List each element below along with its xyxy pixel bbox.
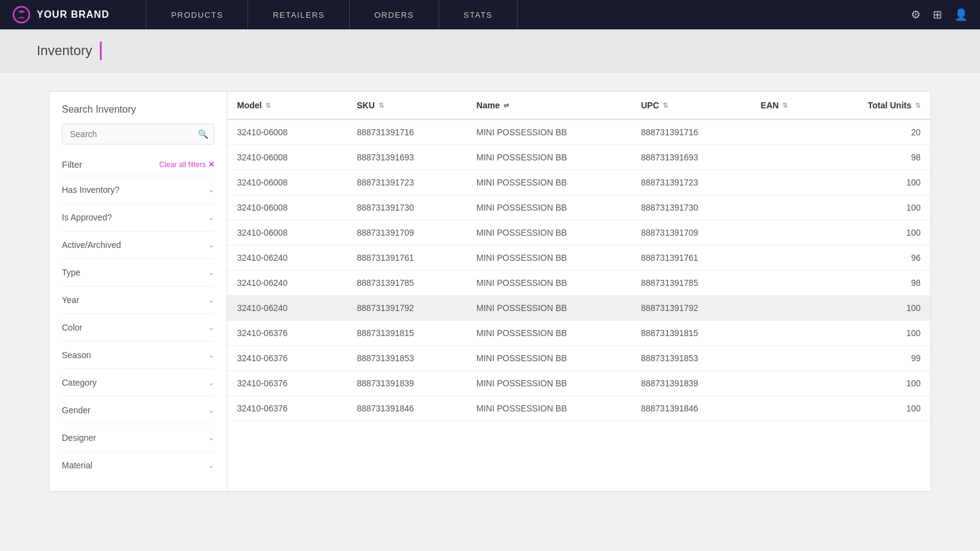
- settings-icon[interactable]: ⚙: [911, 8, 921, 21]
- filter-list: Has Inventory? ⌄ Is Approved? ⌄ Active/A…: [62, 176, 214, 479]
- table-row[interactable]: 32410-06376 888731391846 MINI POSSESSION…: [227, 396, 930, 421]
- filter-item-season[interactable]: Season ⌄: [62, 341, 214, 369]
- inventory-table: Model ⇅ SKU ⇅ Name: [227, 92, 930, 421]
- chevron-icon-is-approved: ⌄: [208, 213, 214, 222]
- filter-item-type[interactable]: Type ⌄: [62, 258, 214, 286]
- cell-model: 32410-06376: [227, 321, 347, 346]
- cell-ean: [751, 195, 841, 220]
- sort-icon-model: ⇅: [265, 102, 271, 110]
- table-row[interactable]: 32410-06008 888731391709 MINI POSSESSION…: [227, 220, 930, 246]
- table-row[interactable]: 32410-06376 888731391839 MINI POSSESSION…: [227, 371, 930, 396]
- cell-upc: 888731391761: [631, 246, 750, 271]
- cell-name: MINI POSSESSION BB: [467, 246, 631, 271]
- col-header-ean[interactable]: EAN ⇅: [751, 92, 841, 119]
- col-header-upc[interactable]: UPC ⇅: [631, 92, 750, 119]
- navbar: YOUR BRAND PRODUCTS RETAILERS ORDERS STA…: [0, 0, 980, 29]
- chevron-icon-category: ⌄: [208, 378, 214, 387]
- cell-name: MINI POSSESSION BB: [467, 396, 631, 421]
- filter-item-has-inventory[interactable]: Has Inventory? ⌄: [62, 176, 214, 203]
- sort-icon-units: ⇅: [915, 102, 921, 110]
- navbar-actions: ⚙ ⊞ 👤: [911, 8, 968, 21]
- cell-units: 100: [840, 321, 930, 346]
- brand-logo[interactable]: YOUR BRAND: [12, 6, 109, 24]
- cell-upc: 888731391723: [631, 170, 750, 195]
- user-icon[interactable]: 👤: [954, 8, 968, 21]
- cell-upc: 888731391785: [631, 271, 750, 296]
- cell-name: MINI POSSESSION BB: [467, 346, 631, 371]
- col-label-name: Name: [477, 100, 500, 110]
- title-accent: [100, 42, 102, 60]
- cell-units: 96: [840, 246, 930, 271]
- col-label-upc: UPC: [641, 100, 659, 110]
- search-input[interactable]: [62, 124, 214, 144]
- cell-ean: [751, 119, 841, 145]
- table-row[interactable]: 32410-06240 888731391761 MINI POSSESSION…: [227, 246, 930, 271]
- cell-ean: [751, 296, 841, 321]
- table-row[interactable]: 32410-06008 888731391693 MINI POSSESSION…: [227, 145, 930, 170]
- filter-label-year: Year: [62, 295, 79, 305]
- cell-upc: 888731391853: [631, 346, 750, 371]
- cell-ean: [751, 170, 841, 195]
- filter-item-active-archived[interactable]: Active/Archived ⌄: [62, 231, 214, 258]
- nav-stats[interactable]: STATS: [439, 0, 518, 29]
- nav-products[interactable]: PRODUCTS: [146, 0, 248, 29]
- col-header-units[interactable]: Total Units ⇅: [840, 92, 930, 119]
- cell-sku: 888731391839: [347, 371, 466, 396]
- sort-icon-sku: ⇅: [379, 102, 384, 110]
- cell-units: 100: [840, 296, 930, 321]
- col-label-units: Total Units: [868, 100, 911, 110]
- col-header-name[interactable]: Name ⇌: [467, 92, 631, 119]
- svg-point-0: [13, 7, 29, 23]
- cell-model: 32410-06008: [227, 119, 347, 145]
- nav-retailers[interactable]: RETAILERS: [248, 0, 350, 29]
- page: Inventory Search Inventory 🔍 Filter Clea…: [0, 29, 980, 551]
- cell-model: 32410-06008: [227, 170, 347, 195]
- filter-item-material[interactable]: Material ⌄: [62, 451, 214, 479]
- table-row[interactable]: 32410-06376 888731391815 MINI POSSESSION…: [227, 321, 930, 346]
- cell-sku: 888731391716: [347, 119, 466, 145]
- filter-item-gender[interactable]: Gender ⌄: [62, 396, 214, 424]
- col-header-sku[interactable]: SKU ⇅: [347, 92, 466, 119]
- chevron-icon-season: ⌄: [208, 351, 214, 359]
- cell-model: 32410-06376: [227, 396, 347, 421]
- cell-units: 100: [840, 170, 930, 195]
- cell-name: MINI POSSESSION BB: [467, 145, 631, 170]
- cell-ean: [751, 145, 841, 170]
- col-header-model[interactable]: Model ⇅: [227, 92, 347, 119]
- cell-ean: [751, 220, 841, 246]
- cell-ean: [751, 246, 841, 271]
- table-row[interactable]: 32410-06008 888731391716 MINI POSSESSION…: [227, 119, 930, 145]
- grid-icon[interactable]: ⊞: [933, 8, 942, 21]
- cell-upc: 888731391716: [631, 119, 750, 145]
- cell-units: 100: [840, 396, 930, 421]
- chevron-icon-color: ⌄: [208, 323, 214, 332]
- cell-model: 32410-06240: [227, 296, 347, 321]
- filter-item-is-approved[interactable]: Is Approved? ⌄: [62, 203, 214, 231]
- filter-item-year[interactable]: Year ⌄: [62, 286, 214, 313]
- table-row[interactable]: 32410-06008 888731391730 MINI POSSESSION…: [227, 195, 930, 220]
- cell-name: MINI POSSESSION BB: [467, 271, 631, 296]
- clear-filters-button[interactable]: Clear all filters ✕: [159, 160, 214, 169]
- page-title: Inventory: [37, 43, 92, 59]
- table-row[interactable]: 32410-06376 888731391853 MINI POSSESSION…: [227, 346, 930, 371]
- chevron-icon-active-archived: ⌄: [208, 241, 214, 249]
- table-row[interactable]: 32410-06240 888731391785 MINI POSSESSION…: [227, 271, 930, 296]
- table-area: Model ⇅ SKU ⇅ Name: [227, 91, 931, 492]
- cell-name: MINI POSSESSION BB: [467, 321, 631, 346]
- cell-model: 32410-06376: [227, 371, 347, 396]
- filter-item-color[interactable]: Color ⌄: [62, 313, 214, 341]
- cell-upc: 888731391846: [631, 396, 750, 421]
- header-row: Model ⇅ SKU ⇅ Name: [227, 92, 930, 119]
- filter-label-gender: Gender: [62, 405, 91, 415]
- filter-item-designer[interactable]: Designer ⌄: [62, 424, 214, 451]
- brand-name: YOUR BRAND: [37, 9, 109, 20]
- col-label-model: Model: [237, 100, 262, 110]
- table-row[interactable]: 32410-06240 888731391792 MINI POSSESSION…: [227, 296, 930, 321]
- cell-model: 32410-06008: [227, 195, 347, 220]
- cell-model: 32410-06008: [227, 145, 347, 170]
- filter-item-category[interactable]: Category ⌄: [62, 369, 214, 396]
- filter-label-color: Color: [62, 323, 82, 332]
- nav-orders[interactable]: ORDERS: [350, 0, 439, 29]
- table-row[interactable]: 32410-06008 888731391723 MINI POSSESSION…: [227, 170, 930, 195]
- page-header: Inventory: [0, 29, 980, 73]
